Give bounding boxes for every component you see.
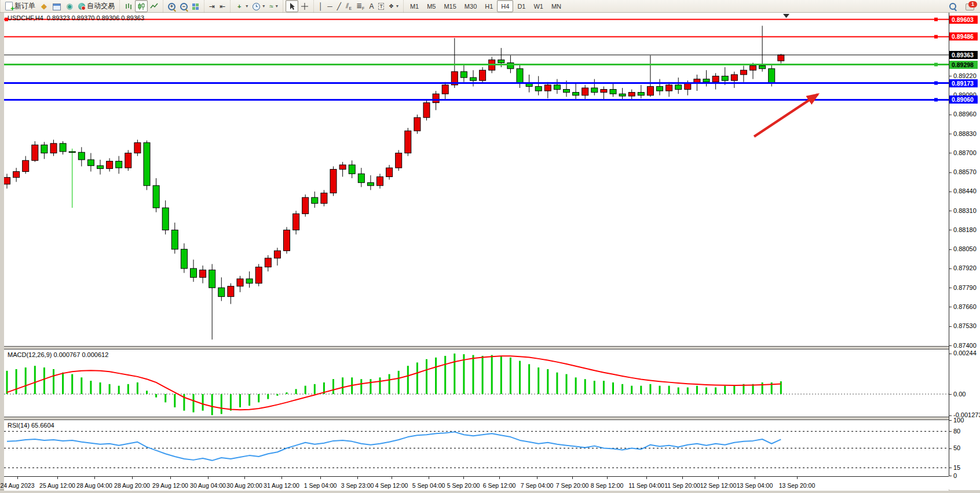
candle-body [218,288,225,296]
chart-shift-button[interactable]: ⇤ [217,0,228,12]
macd-bar [733,386,735,394]
tile-windows-button[interactable] [190,0,202,12]
candle-body [13,171,20,177]
macd-bar [687,388,689,394]
candle-body [423,103,430,118]
candle-body [41,145,47,153]
candle-body [414,117,420,131]
time-axis-label: 5 Sep 04:00 [412,482,445,489]
line-handle[interactable] [934,18,938,21]
time-tick-mark [17,477,18,479]
macd-bar [127,384,129,394]
new-order-button[interactable]: 新订单 [3,0,38,12]
data-window-button[interactable] [50,0,63,12]
text-button[interactable]: A [367,0,376,12]
fibonacci-button[interactable]: ≣F [354,0,367,12]
candle-body [703,79,710,82]
navigator-button[interactable]: ◉ [63,0,76,12]
candle-body [526,83,532,86]
line-handle[interactable] [934,35,938,38]
candle-body [750,66,756,71]
market-watch-button[interactable]: ◆ [38,0,50,12]
candle-body [712,76,719,82]
timeframe-m30-button[interactable]: M30 [460,0,481,12]
time-tick-mark [357,477,358,479]
candle-body [78,152,85,160]
price-tick-label: 0.88180 [953,226,977,233]
candle-body [97,165,104,168]
vertical-line-button[interactable]: │ [316,0,326,12]
time-axis-label: 11 Sep 20:00 [664,482,700,489]
toolbar-group-trade: 新订单 ◆ ◉ 自动交易 [0,0,119,12]
timeframe-m5-button[interactable]: M5 [423,0,440,12]
macd-bar [640,386,642,394]
candle-body [23,160,29,171]
line-handle[interactable] [934,63,938,67]
macd-bar [174,394,175,407]
price-level-badge: 0.89298 [949,61,978,69]
timeframe-mn-button[interactable]: MN [547,0,565,12]
macd-bar [90,381,92,394]
candle-body [116,161,122,168]
crosshair-button[interactable] [298,0,311,12]
timeframe-d1-button[interactable]: D1 [513,0,529,12]
timeframe-h4-button[interactable]: H4 [497,0,513,12]
zoom-in-button[interactable]: + [166,0,178,12]
candle-body [367,183,374,186]
templates-button[interactable]: ≈▾ [267,0,280,12]
macd-bar [137,382,138,394]
main-price-pane[interactable] [4,13,949,346]
candle-body [722,76,728,80]
indicators-button[interactable]: +▾ [233,0,250,12]
bar-chart-button[interactable] [122,0,135,12]
time-tick-mark [281,477,282,479]
price-tick-label: 0.88310 [953,207,977,214]
time-axis-label: 4 Sep 12:00 [375,482,408,489]
text-label-button[interactable]: T [376,0,386,12]
macd-bar [500,356,502,394]
time-tick-mark [94,477,95,479]
auto-scroll-button[interactable]: ⇥ [207,0,217,12]
trendline-button[interactable]: ╱ [335,0,343,12]
search-button[interactable] [947,0,959,12]
price-tick-label: 0.87400 [953,342,977,349]
notifications-button[interactable]: 1 [963,0,977,12]
periods-button[interactable]: ▾ [250,0,267,12]
text-tool-icon: A [369,2,374,10]
zoom-out-button[interactable]: − [178,0,190,12]
time-tick-mark [132,477,133,479]
candlestick-chart-button[interactable] [135,0,148,12]
line-chart-button[interactable] [148,0,160,12]
candle-body [647,86,653,95]
macd-bar [370,379,371,394]
equidistant-channel-icon: ⫽E [346,2,352,10]
autotrading-button[interactable]: 自动交易 [76,0,117,12]
price-axis[interactable]: 0.892200.890900.889600.888300.887000.885… [949,12,980,490]
cursor-button[interactable] [286,0,298,12]
horizontal-line-button[interactable]: ─ [325,0,335,12]
annotation-arrow[interactable] [754,94,818,137]
line-handle[interactable] [934,82,938,85]
candle-body [601,90,607,93]
candle-body [535,86,542,91]
macd-tick-mark [949,415,952,416]
line-handle[interactable] [934,98,938,101]
timeframe-h1-button[interactable]: H1 [481,0,497,12]
macd-bar [407,366,409,394]
candlesticks [4,26,784,340]
timeframe-m15-button[interactable]: M15 [440,0,460,12]
rsi-pane[interactable] [4,420,949,476]
equidistant-channel-button[interactable]: ⫽E [343,0,354,12]
timeframe-w1-button[interactable]: W1 [529,0,547,12]
candle-body [628,93,635,96]
timeframe-m1-button[interactable]: M1 [406,0,423,12]
arrows-button[interactable]: ❖▾ [386,0,401,12]
candle-body [554,85,560,90]
time-axis[interactable]: 24 Aug 202325 Aug 12:0028 Aug 04:0028 Au… [4,476,949,491]
toolbar-group-scroll: ⇥ ⇤ [204,0,230,12]
macd-bar [314,384,316,394]
chart-shift-marker[interactable] [783,14,789,18]
macd-bar [575,377,577,394]
candle-body [778,55,784,61]
macd-pane[interactable] [4,349,949,417]
